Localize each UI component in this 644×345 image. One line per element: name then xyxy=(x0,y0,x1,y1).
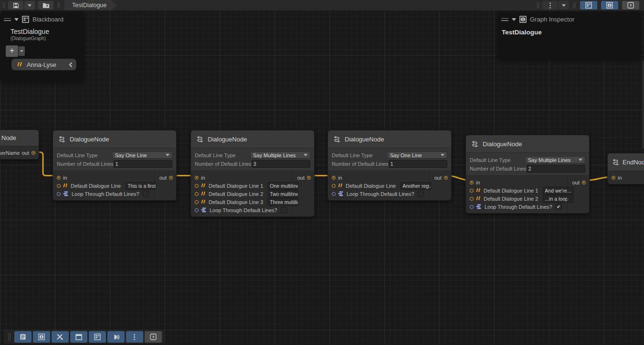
out-port[interactable] xyxy=(444,176,448,180)
collapse-caret-icon[interactable] xyxy=(512,18,516,21)
loop-checkbox[interactable] xyxy=(556,204,562,210)
info-button[interactable] xyxy=(33,331,50,343)
num-lines-field[interactable]: 2 xyxy=(527,165,585,172)
end-node[interactable]: EndNode in xyxy=(607,153,644,184)
blackboard-drag-handle[interactable] xyxy=(4,18,11,21)
num-lines-field[interactable]: 1 xyxy=(114,160,172,168)
quote-icon xyxy=(63,183,68,188)
dialogue-node-1[interactable]: DialogueNode Default Line Type Say One L… xyxy=(53,130,177,201)
spark-toggle-button[interactable] xyxy=(622,1,639,10)
inspector-drag-handle[interactable] xyxy=(501,18,508,21)
blackboard-toggle-button[interactable] xyxy=(580,1,597,10)
tools-icon xyxy=(56,334,63,340)
open-asset-button[interactable] xyxy=(38,1,53,10)
in-port[interactable] xyxy=(195,176,199,180)
in-port[interactable] xyxy=(612,176,615,180)
speaker-port-label: kerName xyxy=(0,150,20,156)
quote-icon xyxy=(17,62,23,67)
in-port[interactable] xyxy=(57,176,61,180)
in-port[interactable] xyxy=(332,176,336,180)
dialogue-node-3[interactable]: DialogueNode Default Line Type Say One L… xyxy=(327,130,452,201)
folder-open-icon xyxy=(42,2,50,8)
overflow-menu-caret[interactable] xyxy=(559,1,569,10)
dialogue-line-port[interactable] xyxy=(57,184,61,188)
loop-port[interactable] xyxy=(470,205,474,209)
spark-button[interactable] xyxy=(145,331,162,343)
console-button[interactable] xyxy=(14,331,32,343)
loop-checkbox[interactable] xyxy=(418,191,424,197)
node-title-bar: DialogueNode xyxy=(53,130,176,148)
dialogue-line-field[interactable]: This is a first xyxy=(126,182,156,190)
out-port[interactable] xyxy=(582,181,586,184)
dialogue-line-port[interactable] xyxy=(195,192,199,196)
add-property-caret-button[interactable] xyxy=(19,46,25,56)
toolbar-separator-right2 xyxy=(573,2,575,8)
inspector-icon xyxy=(519,16,527,23)
dialogue-flow-icon xyxy=(471,140,479,148)
dialogue-flow-icon xyxy=(333,136,341,143)
graph-tab-label: TestDialogue xyxy=(72,2,106,9)
dialogue-line-port[interactable] xyxy=(470,189,474,193)
num-lines-field[interactable]: 1 xyxy=(389,160,447,168)
loop-port[interactable] xyxy=(57,192,61,196)
dialogue-flow-icon xyxy=(58,136,66,143)
save-icon xyxy=(13,2,19,9)
window-icon xyxy=(75,334,82,340)
tools-button[interactable] xyxy=(52,331,69,343)
in-port[interactable] xyxy=(470,181,474,184)
dialogue-line-port[interactable] xyxy=(195,200,199,204)
loop-checkbox[interactable] xyxy=(281,207,287,213)
save-button[interactable] xyxy=(8,1,23,10)
loop-lines-icon xyxy=(338,191,344,196)
dropdown-caret-icon xyxy=(20,50,23,52)
speaker-node-partial[interactable]: Node kerName out xyxy=(0,129,39,160)
node-title-bar: DialogueNode xyxy=(466,135,589,153)
dropdown-caret-icon xyxy=(166,154,169,156)
bottom-toolbar-drag-handle[interactable] xyxy=(9,333,11,341)
dialogue-flow-icon xyxy=(612,159,620,166)
loop-port[interactable] xyxy=(332,192,336,196)
quote-icon xyxy=(476,196,481,201)
chevron-left-icon[interactable] xyxy=(69,62,73,67)
node-title-bar: DialogueNode xyxy=(328,130,451,148)
quote-icon xyxy=(201,200,206,204)
more-options-button[interactable] xyxy=(126,331,143,343)
line-type-dropdown[interactable]: Say One Line xyxy=(387,151,447,159)
dialogue-wave-button[interactable] xyxy=(107,331,125,343)
dialogue-flow-icon xyxy=(196,136,204,143)
graph-inspector-panel: Graph Inspector TestDialogue xyxy=(497,12,641,60)
dropdown-caret-icon xyxy=(441,154,444,156)
graph-tab[interactable]: TestDialogue xyxy=(64,0,117,11)
blackboard-graph-type: (DialogueGraph) xyxy=(0,35,84,41)
line-type-dropdown[interactable]: Say Multiple Lines xyxy=(250,151,310,159)
line-type-dropdown[interactable]: Say One Line xyxy=(112,151,172,159)
blackboard-button[interactable] xyxy=(89,331,106,343)
dialogue-line-port[interactable] xyxy=(332,184,336,188)
toolbar-drag-handle[interactable] xyxy=(3,2,5,8)
dialogue-line-port[interactable] xyxy=(195,184,199,188)
dialogue-node-2[interactable]: DialogueNode Default Line Type Say Multi… xyxy=(190,130,315,217)
exposed-property-anna-lyse[interactable]: Anna-Lyse xyxy=(11,59,76,70)
speaker-out-port[interactable] xyxy=(32,151,35,155)
loop-port[interactable] xyxy=(195,208,199,212)
dialogue-wave-icon xyxy=(113,334,119,340)
spark-toggle-icon xyxy=(627,2,634,9)
toolbar-separator-right xyxy=(537,2,539,8)
node-title-bar: EndNode xyxy=(608,153,644,171)
bottom-toolbar xyxy=(4,330,164,344)
dialogue-line-field[interactable]: Another regu xyxy=(401,182,431,190)
out-port[interactable] xyxy=(307,176,311,180)
dialogue-node-4[interactable]: DialogueNode Default Line Type Say Multi… xyxy=(465,135,590,214)
out-port[interactable] xyxy=(169,176,173,180)
save-options-button[interactable] xyxy=(24,1,35,10)
overflow-menu-button[interactable] xyxy=(542,1,558,10)
window-button[interactable] xyxy=(70,331,87,343)
line-type-dropdown[interactable]: Say Multiple Lines xyxy=(525,156,585,163)
num-lines-field[interactable]: 3 xyxy=(252,160,310,168)
add-property-button[interactable]: + xyxy=(6,45,18,57)
loop-checkbox[interactable] xyxy=(143,191,149,197)
collapse-caret-icon[interactable] xyxy=(14,18,19,21)
dialogue-line-port[interactable] xyxy=(470,197,474,201)
inspector-toggle-button[interactable] xyxy=(601,1,618,10)
exposed-property-name: Anna-Lyse xyxy=(27,61,65,68)
